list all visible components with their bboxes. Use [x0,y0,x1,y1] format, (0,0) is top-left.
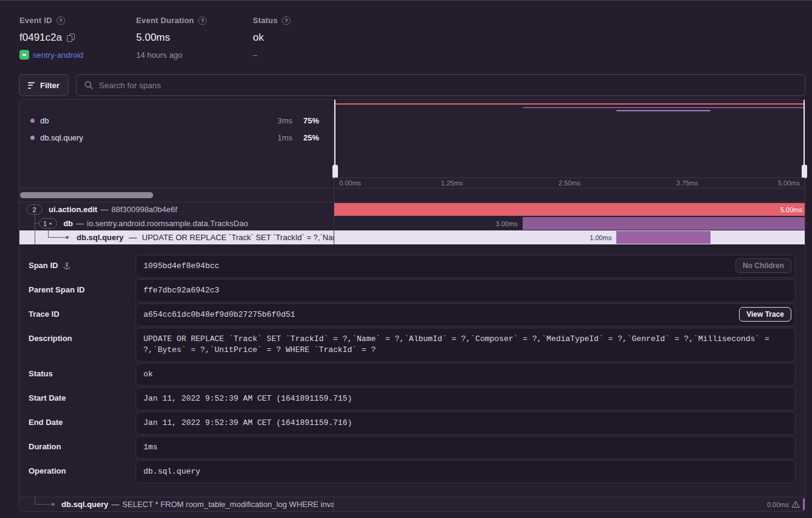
parent-span-id-value: ffe7dbc92a6942c3 [136,279,796,302]
end-date-value: Jan 11, 2022 9:52:39 AM CET (1641891159.… [136,412,796,435]
detail-row-description: Description UPDATE OR REPLACE `Track` SE… [19,328,805,362]
span-detail-panel: Span ID 1095bd4ef8e94bcc No Children Par… [19,244,805,497]
tree-connector-dot [52,503,55,506]
legend-dot-icon [30,119,35,123]
question-icon[interactable] [57,16,65,25]
search-input[interactable] [99,81,797,90]
minimap-section: db 3ms 75% db.sql.query 1ms 25% 0.00ms 1… [19,100,805,188]
legend-row-db-sql-query[interactable]: db.sql.query 1ms 25% [19,129,334,146]
span-tree: 2 ui.action.edit — 88f300998a0b4e6f 5.00… [19,202,805,244]
span-row-db[interactable]: 1 db — io.sentry.android.roomsample.data… [19,216,805,230]
duration-value: 1ms [136,436,796,459]
axis-tick: 5.00ms [778,179,800,187]
status-value: ok [253,32,264,44]
tree-scrollbar-strip [19,188,805,202]
axis-tick: 0.00ms [339,179,361,187]
tree-connector [48,229,49,238]
start-date-value: Jan 11, 2022 9:52:39 AM CET (1641891159.… [136,387,796,410]
tree-connector-dot [66,236,69,239]
warning-icon [791,500,800,508]
view-trace-button[interactable]: View Trace [739,307,791,322]
axis-tick: 2.50ms [559,179,580,187]
axis-tick: 1.25ms [441,179,463,187]
autogroup-badge[interactable]: 1 [39,218,57,229]
event-header: Event ID f0491c2a sentry-android Event D… [19,15,370,60]
children-count-badge[interactable]: 2 [26,204,43,215]
operation-value: db.sql.query [136,460,796,483]
event-duration-column: Event Duration 5.00ms 14 hours ago [136,15,253,60]
copy-icon[interactable] [67,33,75,43]
project-link[interactable]: sentry-android [33,50,83,60]
anchor-permalink-icon[interactable] [63,261,71,271]
filter-button[interactable]: Filter [19,74,69,96]
span-row-db-sql-query-select[interactable]: db.sql.query — SELECT * FROM room_table_… [19,497,805,511]
span-id-value: 1095bd4ef8e94bcc No Children [136,255,796,278]
detail-row-trace-id: Trace ID a654cc61dc0b48ef9d0b27275b6f0d5… [19,303,805,326]
detail-row-start-date: Start Date Jan 11, 2022 9:52:39 AM CET (… [19,387,805,410]
ops-breakdown: db 3ms 75% db.sql.query 1ms 25% [19,100,334,188]
chevron-up-icon [48,221,53,226]
trace-view: db 3ms 75% db.sql.query 1ms 25% 0.00ms 1… [19,99,805,512]
status-value-box: ok [136,363,796,386]
minimap-span-root [334,103,805,105]
description-value: UPDATE OR REPLACE `Track` SET `TrackId` … [136,328,796,362]
legend-row-db[interactable]: db 3ms 75% [19,112,334,129]
minimap-handle-left[interactable] [334,100,335,178]
detail-row-operation: Operation db.sql.query [19,460,805,483]
android-project-icon [19,50,29,60]
detail-row-end-date: End Date Jan 11, 2022 9:52:39 AM CET (16… [19,412,805,435]
question-icon[interactable] [282,16,291,25]
event-duration-label: Event Duration [136,16,194,25]
event-id-label: Event ID [19,16,52,25]
status-sub: – [253,50,257,60]
event-age: 14 hours ago [136,50,182,60]
trace-minimap[interactable]: 0.00ms 1.25ms 2.50ms 3.75ms 5.00ms [334,100,805,188]
tree-connector [35,223,40,224]
question-icon[interactable] [198,16,207,25]
event-duration-value: 5.00ms [136,32,170,44]
event-id-column: Event ID f0491c2a sentry-android [19,15,136,60]
trace-id-value: a654cc61dc0b48ef9d0b27275b6f0d51 View Tr… [136,303,796,326]
span-row-db-sql-query-selected[interactable]: db.sql.query — UPDATE OR REPLACE `Track`… [19,230,805,244]
detail-row-span-id: Span ID 1095bd4ef8e94bcc No Children [19,255,805,278]
span-search[interactable] [76,74,805,96]
span-bar-tiny[interactable] [803,499,805,510]
tree-connector [49,237,66,238]
minimap-handle-right[interactable] [803,100,805,178]
search-icon [84,80,94,90]
detail-row-parent-span-id: Parent Span ID ffe7dbc92a6942c3 [19,279,805,302]
minimap-span-db [523,107,805,108]
detail-row-status: Status ok [19,363,805,386]
status-column: Status ok – [253,15,370,60]
span-bar-root[interactable]: 5.00ms [334,203,805,216]
event-id-value: f0491c2a [19,32,62,44]
time-axis: 0.00ms 1.25ms 2.50ms 3.75ms 5.00ms [334,178,805,188]
span-toolbar: Filter [19,74,805,96]
span-bar-db[interactable] [523,217,805,230]
span-row-ui-action-edit[interactable]: 2 ui.action.edit — 88f300998a0b4e6f 5.00… [19,202,805,216]
tree-connector [35,504,52,505]
detail-row-duration: Duration 1ms [19,436,805,459]
minimap-span-query [616,110,710,111]
filter-icon [28,82,35,89]
status-label: Status [253,16,278,25]
legend-dot-icon [30,136,35,140]
no-children-button[interactable]: No Children [735,258,791,273]
axis-tick: 3.75ms [676,179,698,187]
span-bar-query[interactable] [616,231,710,244]
horizontal-scrollbar-thumb[interactable] [20,192,153,198]
